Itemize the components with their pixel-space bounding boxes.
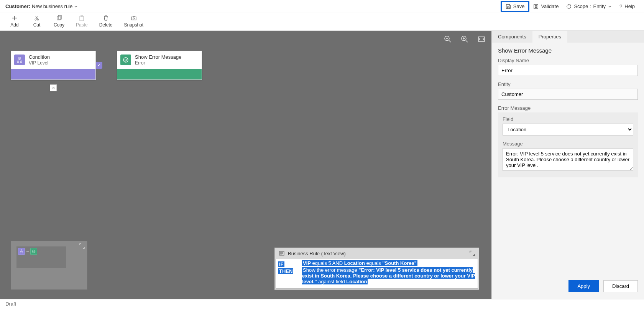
- false-path-badge[interactable]: ✕: [50, 84, 57, 91]
- svg-point-3: [37, 19, 39, 20]
- svg-rect-19: [20, 252, 21, 253]
- snapshot-button[interactable]: Snapshot: [124, 15, 143, 28]
- kw-if: IF: [278, 261, 284, 267]
- text-view-panel: Business Rule (Text View) IF VIP equals …: [274, 248, 479, 290]
- svg-point-21: [32, 250, 35, 253]
- error-message-label: Error Message: [498, 105, 638, 111]
- scope-value: Entity: [593, 3, 606, 9]
- svg-rect-6: [80, 16, 84, 21]
- condition-icon: [14, 55, 25, 65]
- trash-icon: [102, 15, 109, 21]
- message-label: Message: [503, 141, 633, 147]
- header-bar: Customer: New business rule Save Validat…: [0, 0, 644, 13]
- svg-rect-13: [19, 57, 20, 59]
- minimap-expand-icon[interactable]: [79, 243, 85, 249]
- scope-selector[interactable]: Scope : Entity: [562, 2, 616, 11]
- validate-label: Validate: [541, 3, 559, 9]
- svg-rect-14: [17, 61, 19, 63]
- save-button[interactable]: Save: [501, 1, 530, 12]
- tab-properties[interactable]: Properties: [532, 31, 567, 43]
- tab-components[interactable]: Components: [492, 31, 532, 43]
- delete-button[interactable]: Delete: [99, 15, 113, 28]
- text-view-title: Business Rule (Text View): [288, 251, 346, 256]
- paste-label: Paste: [76, 22, 88, 28]
- validate-icon: [533, 4, 539, 9]
- rule-title-prefix: Customer:: [5, 3, 30, 9]
- field-label: Field: [503, 116, 633, 122]
- apply-button[interactable]: Apply: [568, 280, 599, 292]
- condition-title: Condition: [29, 54, 50, 60]
- plus-icon: [11, 15, 18, 21]
- save-label: Save: [513, 3, 525, 9]
- scope-label: Scope :: [574, 3, 591, 9]
- condition-subtitle: VIP Level: [29, 60, 50, 66]
- discard-button[interactable]: Discard: [603, 280, 638, 292]
- svg-rect-8: [131, 17, 136, 20]
- snapshot-label: Snapshot: [124, 22, 143, 28]
- minimap-condition-icon: [18, 248, 25, 255]
- validate-button[interactable]: Validate: [529, 2, 562, 11]
- text-view-expand-button[interactable]: [470, 251, 475, 256]
- svg-rect-20: [22, 252, 23, 253]
- svg-point-22: [33, 251, 34, 252]
- action-node[interactable]: Show Error Message Error: [117, 51, 202, 80]
- zoom-out-button[interactable]: [444, 35, 452, 43]
- add-label: Add: [10, 22, 18, 28]
- help-button[interactable]: ? Help: [616, 2, 639, 11]
- connector: ✓: [96, 62, 117, 69]
- condition-node[interactable]: Condition VIP Level: [11, 51, 96, 80]
- svg-point-17: [125, 59, 127, 61]
- cut-icon: [33, 15, 40, 21]
- copy-icon: [56, 15, 62, 21]
- scope-icon: [566, 4, 572, 9]
- cut-label: Cut: [33, 22, 41, 28]
- svg-point-2: [35, 19, 36, 20]
- copy-button[interactable]: Copy: [54, 15, 64, 28]
- chevron-down-icon: [608, 5, 612, 8]
- copy-label: Copy: [54, 22, 64, 28]
- status-bar: Draft: [0, 299, 644, 309]
- rule-title-name: New business rule: [32, 3, 72, 9]
- message-textarea[interactable]: [503, 148, 633, 171]
- cut-button[interactable]: Cut: [31, 15, 42, 28]
- svg-rect-18: [21, 250, 22, 251]
- toolbar: Add Cut Copy Paste Delete Snapshot: [0, 13, 644, 31]
- action-bar: [117, 69, 202, 79]
- text-view-body[interactable]: IF VIP equals 5 AND Location equals "Sou…: [276, 259, 478, 289]
- svg-point-9: [133, 18, 135, 19]
- delete-label: Delete: [99, 22, 113, 28]
- paste-button: Paste: [76, 15, 88, 28]
- chevron-down-icon: [74, 5, 78, 8]
- zoom-in-button[interactable]: [461, 35, 468, 43]
- entity-input: [498, 89, 638, 100]
- fit-screen-button[interactable]: [478, 35, 485, 43]
- flow-canvas[interactable]: Condition VIP Level ✕ ✓: [0, 31, 491, 299]
- paste-icon: [78, 15, 85, 21]
- save-icon: [506, 4, 511, 9]
- rule-title[interactable]: Customer: New business rule: [5, 3, 78, 9]
- properties-panel: Components Properties Show Error Message…: [491, 31, 644, 299]
- props-section-title: Show Error Message: [498, 47, 638, 54]
- kw-then: THEN: [278, 268, 293, 274]
- action-title: Show Error Message: [135, 54, 181, 60]
- help-label: Help: [624, 3, 635, 9]
- field-select[interactable]: Location: [503, 124, 633, 135]
- condition-bar: [11, 69, 95, 79]
- error-action-icon: [120, 55, 131, 65]
- display-name-input[interactable]: [498, 65, 638, 76]
- svg-rect-15: [20, 61, 22, 63]
- true-path-badge[interactable]: ✓: [95, 62, 102, 69]
- display-name-label: Display Name: [498, 58, 638, 63]
- action-subtitle: Error: [135, 60, 181, 66]
- add-button[interactable]: Add: [9, 15, 20, 28]
- camera-icon: [130, 15, 137, 21]
- text-view-icon: [279, 250, 285, 256]
- entity-label: Entity: [498, 81, 638, 87]
- help-icon: ?: [619, 3, 622, 9]
- minimap[interactable]: [11, 241, 87, 290]
- minimap-action-icon: [30, 248, 37, 255]
- status-text: Draft: [5, 301, 16, 307]
